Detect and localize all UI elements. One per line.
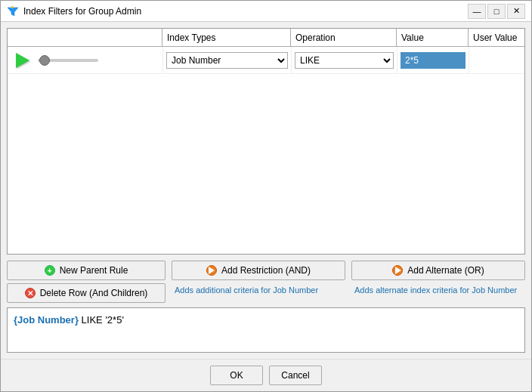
action-buttons-row: + New Parent Rule ✕ Delete Row (And Chil… [7, 261, 525, 303]
add-restriction-button[interactable]: Add Restriction (AND) [172, 261, 345, 280]
filter-table: Index Types Operation Value User Value [7, 28, 525, 255]
green-arrow [16, 53, 29, 68]
left-btn-col: + New Parent Rule ✕ Delete Row (And Chil… [7, 261, 165, 303]
col-header-operation: Operation [291, 29, 397, 46]
col-header-value: Value [397, 29, 469, 46]
index-type-cell: Job Number Job Name Status Date [162, 47, 291, 73]
add-restriction-label: Add Restriction (AND) [221, 265, 311, 276]
table-header: Index Types Operation Value User Value [8, 29, 524, 47]
value-display[interactable]: 2*5 [401, 52, 466, 69]
alternate-play-icon [392, 265, 403, 276]
operation-cell: LIKE = != > < [291, 47, 397, 73]
table-row: Job Number Job Name Status Date LIKE = !… [8, 47, 524, 74]
row-indent-cell [8, 47, 162, 73]
svg-rect-0 [11, 6, 14, 8]
add-restriction-desc: Adds additional criteria for Job Number [172, 283, 345, 297]
right-btn-col: Add Alternate (OR) Adds alternate index … [351, 261, 525, 303]
operation-select[interactable]: LIKE = != > < [295, 52, 394, 69]
col-header-user-value: User Value [469, 29, 524, 46]
filter-icon [7, 5, 19, 17]
title-bar: Index Filters for Group Admin — □ ✕ [1, 1, 531, 22]
add-alternate-desc: Adds alternate index criteria for Job Nu… [351, 283, 525, 297]
window-title: Index Filters for Group Admin [23, 6, 141, 17]
delete-icon: ✕ [25, 288, 36, 298]
new-parent-rule-label: New Parent Rule [60, 265, 128, 276]
title-bar-left: Index Filters for Group Admin [7, 5, 141, 17]
ok-button[interactable]: OK [210, 366, 263, 385]
cancel-button[interactable]: Cancel [269, 366, 322, 385]
expr-value: '2*5' [105, 314, 123, 326]
close-button[interactable]: ✕ [507, 4, 525, 19]
user-value-cell [469, 47, 524, 73]
new-parent-rule-button[interactable]: + New Parent Rule [7, 261, 165, 280]
expr-field: {Job Number} [14, 314, 79, 326]
maximize-button[interactable]: □ [487, 4, 506, 19]
play-icon [206, 265, 217, 276]
title-bar-buttons: — □ ✕ [468, 4, 525, 19]
delete-row-button[interactable]: ✕ Delete Row (And Children) [7, 283, 165, 303]
add-alternate-button[interactable]: Add Alternate (OR) [351, 261, 525, 280]
minimize-button[interactable]: — [468, 4, 486, 19]
add-alternate-label: Add Alternate (OR) [407, 265, 484, 276]
index-type-select[interactable]: Job Number Job Name Status Date [166, 52, 288, 69]
row-arrow-icon [12, 52, 33, 69]
delete-row-label: Delete Row (And Children) [40, 288, 148, 298]
value-cell[interactable]: 2*5 [397, 47, 469, 73]
slider-thumb[interactable] [39, 55, 50, 66]
col-header-index-types: Index Types [162, 29, 291, 46]
slider-track[interactable] [38, 59, 98, 62]
expression-area: {Job Number} LIKE '2*5' [7, 307, 525, 353]
expr-operator: LIKE [82, 314, 106, 326]
content-area: Index Types Operation Value User Value [1, 22, 531, 359]
slider-container[interactable] [38, 59, 98, 62]
bottom-bar: OK Cancel [1, 359, 531, 391]
play-triangle [209, 267, 215, 274]
plus-icon: + [45, 265, 55, 276]
table-body: Job Number Job Name Status Date LIKE = !… [8, 47, 524, 254]
main-window: Index Filters for Group Admin — □ ✕ Inde… [0, 0, 532, 392]
middle-btn-col: Add Restriction (AND) Adds additional cr… [172, 261, 345, 303]
alternate-play-triangle [395, 267, 401, 274]
col-header-empty [8, 29, 162, 46]
